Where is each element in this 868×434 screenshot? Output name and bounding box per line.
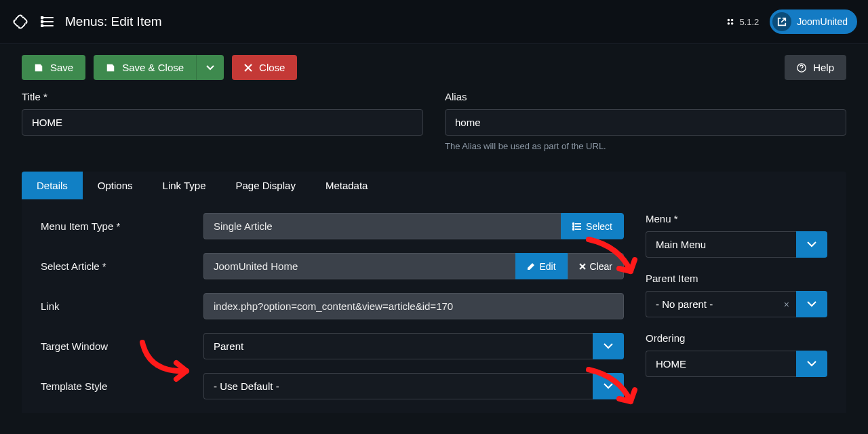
edit-icon xyxy=(527,262,535,271)
menu-item-type-label: Menu Item Type * xyxy=(41,220,203,232)
alias-input[interactable] xyxy=(445,109,846,136)
tab-details[interactable]: Details xyxy=(22,172,83,199)
svg-point-16 xyxy=(573,229,574,230)
parent-label: Parent Item xyxy=(646,273,827,284)
save-close-group: Save & Close xyxy=(94,55,224,80)
svg-point-8 xyxy=(728,22,730,25)
chevron-down-icon xyxy=(796,231,827,258)
toolbar: Save Save & Close Close Help xyxy=(0,44,868,91)
svg-point-14 xyxy=(573,223,574,224)
tab-metadata[interactable]: Metadata xyxy=(311,172,383,199)
ordering-select[interactable]: HOME xyxy=(646,351,827,377)
clear-icon[interactable]: × xyxy=(784,299,789,310)
chevron-down-icon xyxy=(796,351,827,377)
page-title: Menus: Edit Item xyxy=(65,14,162,29)
save-button[interactable]: Save xyxy=(22,55,85,80)
menu-value: Main Menu xyxy=(646,231,796,258)
site-name: JoomUnited xyxy=(797,16,848,27)
help-button[interactable]: Help xyxy=(785,55,846,80)
svg-point-9 xyxy=(731,22,734,25)
title-label: Title * xyxy=(22,91,423,102)
save-close-button[interactable]: Save & Close xyxy=(94,55,196,80)
tab-options[interactable]: Options xyxy=(83,172,148,199)
joomla-small-icon xyxy=(726,17,735,26)
save-icon xyxy=(34,63,43,73)
svg-point-5 xyxy=(41,25,43,27)
target-window-select[interactable]: Parent xyxy=(203,333,624,359)
menu-select[interactable]: Main Menu xyxy=(646,231,827,258)
close-icon xyxy=(244,64,252,72)
target-window-label: Target Window xyxy=(41,340,203,352)
parent-value: - No parent -× xyxy=(646,291,796,317)
target-window-value: Parent xyxy=(203,333,593,359)
svg-point-3 xyxy=(41,17,43,19)
clear-article-button[interactable]: Clear xyxy=(568,253,624,279)
svg-point-7 xyxy=(731,19,734,22)
tab-link-type[interactable]: Link Type xyxy=(148,172,221,199)
tab-page-display[interactable]: Page Display xyxy=(221,172,311,199)
chevron-down-icon xyxy=(593,373,624,399)
select-type-button[interactable]: Select xyxy=(561,213,624,239)
parent-select[interactable]: - No parent -× xyxy=(646,291,827,317)
edit-article-button[interactable]: Edit xyxy=(515,253,567,279)
template-style-value: - Use Default - xyxy=(203,373,593,399)
joomla-logo-icon xyxy=(11,12,30,31)
template-style-select[interactable]: - Use Default - xyxy=(203,373,624,399)
close-icon xyxy=(579,263,586,270)
save-icon xyxy=(106,63,115,73)
link-label: Link xyxy=(41,300,203,312)
chevron-down-icon xyxy=(593,333,624,359)
svg-point-4 xyxy=(41,21,43,23)
ordering-label: Ordering xyxy=(646,332,827,344)
svg-point-15 xyxy=(573,226,574,227)
close-button[interactable]: Close xyxy=(232,55,297,80)
link-value: index.php?option=com_content&view=articl… xyxy=(203,293,624,319)
ordering-value: HOME xyxy=(646,351,796,377)
tabs: Details Options Link Type Page Display M… xyxy=(22,172,846,199)
alias-help: The Alias will be used as part of the UR… xyxy=(445,141,846,151)
version-indicator: 5.1.2 xyxy=(726,17,759,27)
tabs-panel: Details Options Link Type Page Display M… xyxy=(22,172,846,413)
svg-point-6 xyxy=(728,19,730,22)
template-style-label: Template Style xyxy=(41,380,203,392)
open-site-icon xyxy=(772,12,791,31)
save-dropdown-button[interactable] xyxy=(196,55,224,80)
title-input[interactable] xyxy=(22,109,423,136)
menu-item-type-value: Single Article xyxy=(203,213,561,239)
hamburger-icon[interactable] xyxy=(41,16,54,27)
chevron-down-icon xyxy=(796,291,827,317)
select-article-label: Select Article * xyxy=(41,260,203,272)
menu-label: Menu * xyxy=(646,213,827,224)
chevron-down-icon xyxy=(206,65,214,71)
help-icon xyxy=(797,63,806,73)
site-pill[interactable]: JoomUnited xyxy=(770,9,857,34)
list-icon xyxy=(572,222,582,231)
alias-label: Alias xyxy=(445,91,846,102)
topbar: Menus: Edit Item 5.1.2 JoomUnited xyxy=(0,0,868,44)
select-article-value: JoomUnited Home xyxy=(203,253,515,279)
